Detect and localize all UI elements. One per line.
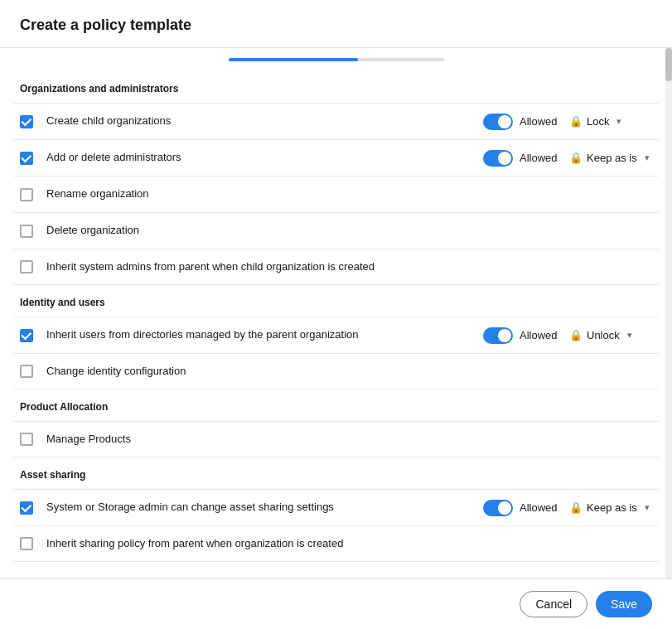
lock-area-asset-sharing-settings[interactable]: 🔒Keep as is▾ [569, 501, 652, 514]
chevron-down-icon: ▾ [645, 152, 650, 163]
row-create-child-orgs: Create child organizationsAllowed🔒Lock▾ [13, 103, 659, 139]
chevron-down-icon: ▾ [645, 502, 650, 513]
toggle-area-asset-sharing-settings: Allowed [483, 500, 559, 516]
checkbox-inherit-users[interactable] [20, 329, 33, 342]
toggle-area-add-delete-admins: Allowed [483, 150, 559, 167]
lock-area-create-child-orgs[interactable]: 🔒Lock▾ [569, 115, 652, 128]
scrollbar-thumb[interactable] [665, 48, 672, 81]
row-label-change-identity: Change identity configuration [46, 364, 652, 379]
checkbox-area-delete-org [20, 225, 36, 238]
checkbox-asset-sharing-settings[interactable] [20, 501, 33, 515]
lock-label-asset-sharing-settings: Keep as is [587, 501, 637, 514]
row-label-add-delete-admins: Add or delete administrators [46, 150, 473, 165]
section-identity-users: Identity and usersInherit users from dir… [0, 285, 672, 389]
checkbox-area-inherit-users [20, 329, 36, 342]
lock-label-create-child-orgs: Lock [587, 115, 609, 128]
row-delete-org: Delete organization [13, 212, 659, 249]
section-asset-sharing: Asset sharingSystem or Storage admin can… [0, 457, 672, 562]
checkbox-delete-org[interactable] [20, 225, 33, 238]
row-label-rename-org: Rename organization [46, 186, 652, 201]
row-asset-sharing-settings: System or Storage admin can change asset… [13, 489, 659, 525]
chevron-down-icon: ▾ [627, 330, 632, 341]
lock-label-add-delete-admins: Keep as is [587, 152, 637, 164]
section-title-asset-sharing: Asset sharing [13, 457, 659, 489]
toggle-area-inherit-users: Allowed [483, 327, 559, 344]
row-label-delete-org: Delete organization [46, 223, 652, 238]
lock-area-inherit-users[interactable]: 🔒Unlock▾ [569, 329, 652, 341]
toggle-add-delete-admins[interactable] [483, 150, 513, 167]
toggle-label-asset-sharing-settings: Allowed [520, 501, 559, 514]
lock-label-inherit-users: Unlock [587, 329, 620, 341]
section-title-identity-users: Identity and users [13, 285, 659, 317]
row-label-inherit-admins: Inherit system admins from parent when c… [46, 259, 652, 274]
checkbox-add-delete-admins[interactable] [20, 152, 33, 165]
checkbox-inherit-sharing[interactable] [20, 537, 33, 550]
row-inherit-sharing: Inherit sharing policy from parent when … [13, 525, 659, 562]
cancel-button[interactable]: Cancel [520, 591, 587, 617]
checkbox-create-child-orgs[interactable] [20, 115, 33, 128]
checkbox-rename-org[interactable] [20, 188, 33, 201]
modal-header: Create a policy template [0, 0, 672, 48]
lock-icon: 🔒 [569, 501, 583, 514]
progress-bar-fill [229, 58, 358, 61]
row-label-asset-sharing-settings: System or Storage admin can change asset… [46, 500, 473, 515]
lock-icon: 🔒 [569, 115, 583, 128]
lock-icon: 🔒 [569, 152, 583, 164]
section-title-orgs-admins: Organizations and administrators [13, 71, 659, 103]
row-inherit-admins: Inherit system admins from parent when c… [13, 249, 659, 285]
row-rename-org: Rename organization [13, 176, 659, 212]
checkbox-area-change-identity [20, 365, 36, 378]
row-manage-products: Manage Products [13, 421, 659, 457]
toggle-area-create-child-orgs: Allowed [483, 114, 559, 130]
toggle-create-child-orgs[interactable] [483, 114, 513, 130]
modal-footer: Cancel Save [0, 578, 672, 629]
modal-body: Organizations and administratorsCreate c… [0, 48, 672, 578]
lock-icon: 🔒 [569, 329, 583, 341]
checkbox-change-identity[interactable] [20, 365, 33, 378]
scrollbar-track[interactable] [665, 48, 672, 578]
checkbox-area-inherit-admins [20, 260, 36, 273]
checkbox-area-manage-products [20, 433, 36, 446]
toggle-asset-sharing-settings[interactable] [483, 500, 513, 516]
row-add-delete-admins: Add or delete administratorsAllowed🔒Keep… [13, 139, 659, 176]
row-label-create-child-orgs: Create child organizations [46, 114, 473, 128]
chevron-down-icon: ▾ [616, 116, 621, 127]
section-title-product-allocation: Product Allocation [13, 389, 659, 421]
modal: Create a policy template Organizations a… [0, 0, 672, 629]
row-label-manage-products: Manage Products [46, 432, 652, 447]
checkbox-area-add-delete-admins [20, 152, 36, 165]
modal-title: Create a policy template [20, 17, 652, 34]
checkbox-area-inherit-sharing [20, 537, 36, 550]
row-label-inherit-sharing: Inherit sharing policy from parent when … [46, 536, 652, 551]
checkbox-area-asset-sharing-settings [20, 501, 36, 515]
lock-area-add-delete-admins[interactable]: 🔒Keep as is▾ [569, 152, 652, 164]
progress-bar-container [229, 58, 444, 61]
checkbox-area-rename-org [20, 188, 36, 201]
section-product-allocation: Product AllocationManage Products [0, 389, 672, 457]
row-label-inherit-users: Inherit users from directories managed b… [46, 327, 473, 342]
toggle-label-inherit-users: Allowed [520, 329, 559, 341]
checkbox-manage-products[interactable] [20, 433, 33, 446]
row-change-identity: Change identity configuration [13, 353, 659, 389]
save-button[interactable]: Save [596, 591, 652, 617]
row-inherit-users: Inherit users from directories managed b… [13, 317, 659, 353]
toggle-label-add-delete-admins: Allowed [520, 152, 559, 164]
toggle-inherit-users[interactable] [483, 327, 513, 344]
section-orgs-admins: Organizations and administratorsCreate c… [0, 71, 672, 285]
checkbox-inherit-admins[interactable] [20, 260, 33, 273]
toggle-label-create-child-orgs: Allowed [520, 115, 559, 128]
progress-area [0, 48, 672, 71]
checkbox-area-create-child-orgs [20, 115, 36, 128]
